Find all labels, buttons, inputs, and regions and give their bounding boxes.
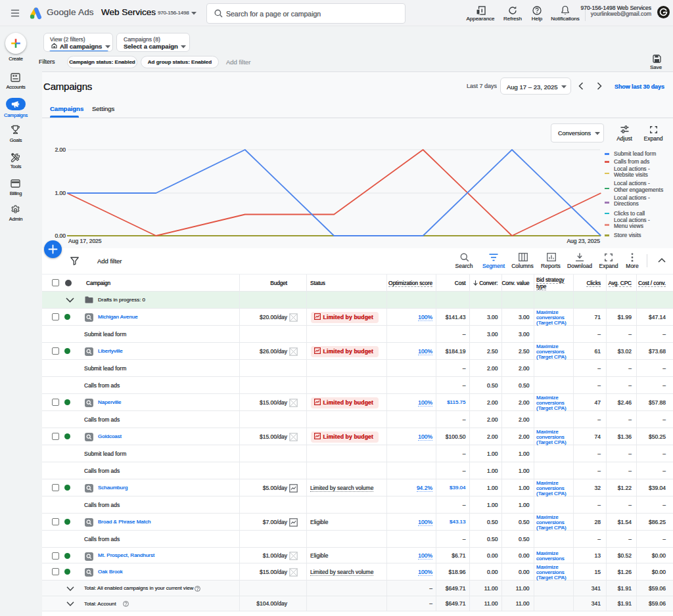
svg-text:Aug 17, 2025: Aug 17, 2025 (68, 238, 102, 244)
svg-text:2.00: 2.00 (55, 146, 66, 153)
svg-text:0.00: 0.00 (55, 232, 66, 239)
svg-text:Aug 23, 2025: Aug 23, 2025 (567, 238, 600, 244)
svg-text:1.00: 1.00 (55, 190, 66, 196)
